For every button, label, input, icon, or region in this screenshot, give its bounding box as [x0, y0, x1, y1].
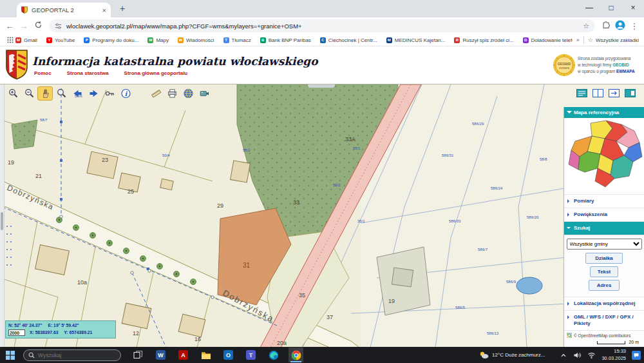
all-bookmarks-button[interactable]: ☆ Wszystkie zakładki — [588, 37, 639, 43]
weather-widget[interactable]: 12°C Duże zachmurz... — [479, 351, 545, 359]
map-label: 586/33 — [449, 219, 461, 223]
swap-panels-icon[interactable] — [609, 89, 620, 97]
taskbar-search[interactable] — [23, 349, 121, 361]
taskbar-apps: WAOT — [131, 348, 303, 362]
notifications-icon[interactable] — [632, 351, 641, 360]
site-info-icon[interactable] — [55, 23, 62, 30]
bookmark-item[interactable]: MGmail — [15, 37, 37, 43]
bookmark-item[interactable]: MMEDINCUS Kajetan... — [386, 37, 446, 43]
address-bar[interactable]: wloclawek.geoportal2.pl/map/www/mapa.php… — [49, 19, 595, 32]
reference-map-image[interactable] — [564, 118, 644, 195]
map-label: 31 — [243, 262, 251, 269]
link-pomoc[interactable]: Pomoc — [34, 70, 52, 76]
camera-tool-button[interactable] — [197, 87, 211, 100]
prev-view-tool-button[interactable] — [70, 87, 84, 100]
tab-title: GEOPORTAL 2 — [32, 6, 99, 14]
url-text[interactable]: wloclawek.geoportal2.pl/map/www/mapa.php… — [66, 23, 578, 30]
osm-attribution[interactable]: © OpenStreetMap contributors — [564, 331, 644, 339]
link-strona-starostwa[interactable]: Strona starostwa — [67, 70, 109, 76]
network-icon[interactable] — [587, 351, 596, 359]
reference-map-header[interactable]: Mapa referencyjna — [564, 107, 644, 118]
bookmark-favicon-icon: B — [260, 37, 266, 43]
maximize-map-icon[interactable] — [625, 89, 636, 97]
minimize-button[interactable]: — — [578, 0, 600, 17]
back-button[interactable]: ← — [3, 21, 17, 31]
print-tool-button[interactable] — [165, 87, 179, 100]
map-top-collapse-handle[interactable] — [308, 84, 335, 88]
sidebar-section-szukaj[interactable]: Szukaj — [564, 222, 644, 235]
split-view-icon[interactable] — [592, 89, 603, 97]
ruler-tool-button[interactable] — [149, 87, 163, 100]
county-coat-of-arms — [5, 49, 28, 83]
task-view-taskbar-icon[interactable] — [131, 348, 146, 362]
bookmark-item[interactable]: DDoładowanie telefonu — [523, 37, 573, 43]
map-label: 10a — [77, 279, 87, 286]
bookmarks-list: MGmailYYouTubePProgramy do doku...MMapyW… — [15, 37, 573, 43]
browser-menu-icon[interactable]: ⋮ — [627, 21, 641, 31]
zoom-out-tool-button[interactable] — [22, 87, 36, 100]
acrobat-taskbar-icon[interactable]: A — [176, 348, 191, 362]
bookmark-item[interactable]: MMapy — [147, 37, 169, 43]
bookmark-item[interactable]: TTłumacz — [223, 37, 251, 43]
outlook-taskbar-icon[interactable]: O — [221, 348, 236, 362]
dzialka-button[interactable]: Działka — [585, 253, 623, 264]
sidebar-section-powiekszenia[interactable]: Powiększenia — [564, 208, 644, 222]
maximize-button[interactable]: □ — [600, 0, 622, 17]
pan-tool-button[interactable] — [38, 87, 52, 100]
reload-button[interactable] — [31, 21, 45, 31]
desktop: GEOPORTAL 2 × + — □ × ← → wloclawek.geop… — [0, 0, 644, 363]
bookmark-label: Bank BNP Paribas — [269, 37, 311, 43]
browser-tab[interactable]: GEOPORTAL 2 × — [17, 3, 111, 17]
info-tool-button[interactable]: i — [118, 87, 133, 100]
bookmark-favicon-icon: D — [523, 37, 529, 43]
hidden-icons-chevron-icon[interactable] — [560, 351, 567, 359]
reference-map-window-icon[interactable] — [576, 89, 587, 97]
new-tab-button[interactable]: + — [116, 3, 129, 14]
next-view-tool-button[interactable] — [86, 87, 100, 100]
bookmark-item[interactable]: RRuszył spis źródeł ci... — [454, 37, 513, 43]
browser-tabstrip: GEOPORTAL 2 × + — □ × — [0, 0, 644, 17]
extensions-icon[interactable] — [599, 21, 613, 31]
bookmark-item[interactable]: WWiadomości — [178, 37, 214, 43]
sidebar-section-lokalizacja[interactable]: Lokalizacja współrzędnej — [564, 297, 644, 311]
map-label: 586/7 — [478, 248, 488, 251]
taskbar-search-input[interactable] — [38, 352, 110, 358]
chrome-taskbar-icon[interactable] — [289, 348, 303, 362]
bookmark-item[interactable]: CCiechocinek | Centr... — [320, 37, 377, 43]
explorer-taskbar-icon[interactable] — [198, 348, 213, 362]
profile-avatar[interactable] — [613, 20, 627, 32]
bookmark-item[interactable]: YYouTube — [46, 37, 75, 43]
edge-taskbar-icon[interactable] — [266, 348, 281, 362]
map-left-scrollbar[interactable] — [0, 84, 5, 348]
apps-grid-icon[interactable] — [5, 35, 15, 45]
tab-close-icon[interactable]: × — [102, 6, 106, 14]
gmina-select[interactable]: Wszystkie gminy — [567, 239, 642, 250]
bookmark-star-icon[interactable]: ☆ — [583, 22, 589, 30]
bookmark-item[interactable]: PProgramy do doku... — [84, 37, 138, 43]
bookmark-item[interactable]: BBank BNP Paribas — [260, 37, 311, 43]
map-label: 21 — [35, 173, 42, 179]
section-label: Szukaj — [574, 225, 590, 231]
section-label: Pomiary — [574, 198, 594, 204]
scale-input[interactable] — [8, 329, 25, 336]
cadastral-map[interactable]: DobrzyńskaDobrzyńska1921232529313333A353… — [0, 84, 644, 348]
forward-button[interactable]: → — [17, 21, 31, 31]
start-button[interactable] — [3, 348, 17, 362]
link-strona-glowna[interactable]: Strona główna geoportalu — [124, 70, 188, 76]
adres-button[interactable]: Adres — [589, 280, 620, 291]
word-taskbar-icon[interactable]: W — [153, 348, 168, 362]
sidebar-section-gml[interactable]: GML / WFS / DXF / GPX / Pikiety — [564, 311, 644, 331]
coord-e: E: 19° 5' 59.42" — [48, 323, 79, 328]
key-tool-button[interactable] — [102, 87, 117, 100]
zoom-in-tool-button[interactable] — [6, 87, 20, 100]
volume-icon[interactable] — [573, 351, 582, 359]
teams-taskbar-icon[interactable]: T — [243, 348, 258, 362]
tekst-button[interactable]: Tekst — [590, 266, 618, 277]
close-button[interactable]: × — [622, 0, 644, 17]
taskbar-clock[interactable]: 15:33 30.03.2025 — [601, 348, 626, 361]
zoom-window-tool-button[interactable] — [54, 87, 68, 100]
system-tray: 12°C Duże zachmurz... 15:33 30.03.2025 — [479, 348, 641, 361]
bookmarks-overflow-icon[interactable]: » — [576, 37, 580, 43]
sidebar-section-pomiary[interactable]: Pomiary — [564, 195, 644, 208]
globe-tool-button[interactable] — [181, 87, 195, 100]
